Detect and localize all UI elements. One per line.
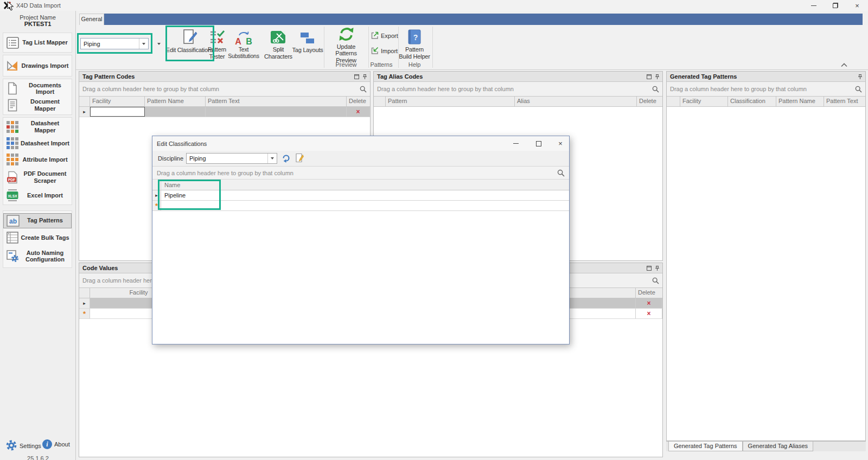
sidebar-item-create-bulk-tags[interactable]: Create Bulk Tags bbox=[3, 230, 72, 245]
column-header-pattern-name[interactable]: Pattern Name bbox=[145, 97, 206, 106]
export-button[interactable]: Export bbox=[371, 30, 400, 41]
column-header-name[interactable]: Name bbox=[161, 180, 569, 190]
sidebar-item-label: Tag List Mapper bbox=[20, 39, 70, 46]
maximize-panel-icon[interactable] bbox=[647, 74, 652, 79]
mouse-cursor bbox=[7, 1, 14, 11]
dialog-maximize-button[interactable] bbox=[531, 139, 547, 148]
tag-layouts-icon bbox=[299, 26, 316, 46]
pattern-text-cell[interactable] bbox=[206, 107, 347, 117]
split-characters-button[interactable]: Split Characters bbox=[264, 26, 293, 60]
search-icon[interactable] bbox=[855, 86, 862, 93]
chevron-up-icon bbox=[840, 62, 848, 68]
dialog-discipline-dropdown[interactable]: Piping bbox=[186, 153, 277, 164]
pin-icon[interactable] bbox=[654, 74, 660, 80]
sidebar-item-label: Documents Import bbox=[20, 82, 70, 95]
restore-icon bbox=[833, 3, 838, 8]
sidebar-item-auto-naming-configuration[interactable]: Auto Naming Configuration bbox=[3, 247, 72, 265]
row-selector-header bbox=[667, 97, 680, 106]
row-selector: ▸ bbox=[79, 298, 90, 308]
discipline-dropdown[interactable]: Piping bbox=[80, 38, 149, 49]
pattern-name-cell[interactable] bbox=[145, 107, 206, 117]
button-label: Text Substitutions bbox=[225, 47, 262, 60]
sidebar-item-attribute-import[interactable]: Attribute Import bbox=[3, 152, 72, 167]
sidebar-item-label: Attribute Import bbox=[20, 156, 70, 163]
collapse-ribbon-button[interactable] bbox=[840, 62, 848, 68]
dialog-minimize-button[interactable] bbox=[508, 139, 524, 148]
sidebar-item-pdf-document-scraper[interactable]: PDF PDF Document Scraper bbox=[3, 168, 72, 187]
column-header-pattern-name[interactable]: Pattern Name bbox=[776, 97, 824, 106]
text-substitutions-button[interactable]: AB Text Substitutions bbox=[225, 26, 262, 60]
button-label: Import bbox=[381, 48, 398, 54]
sidebar-item-document-mapper[interactable]: Document Mapper bbox=[3, 98, 72, 113]
column-header-facility[interactable]: Facility bbox=[90, 97, 145, 106]
pattern-build-helper-button[interactable]: ? Pattern Build Helper bbox=[399, 26, 430, 60]
import-button[interactable]: Import bbox=[371, 46, 400, 56]
maximize-panel-icon[interactable] bbox=[647, 266, 652, 271]
column-header-pattern-text[interactable]: Pattern Text bbox=[824, 97, 865, 106]
split-characters-icon bbox=[270, 26, 286, 45]
column-header-row: Pattern Alias Delete bbox=[374, 97, 662, 107]
about-button[interactable]: i About bbox=[42, 439, 70, 449]
sidebar-item-tag-patterns[interactable]: ab Tag Patterns bbox=[3, 213, 72, 228]
svg-text:B: B bbox=[246, 37, 252, 46]
classification-name-cell[interactable]: Pipeline bbox=[161, 190, 569, 200]
sidebar-item-datasheet-mapper[interactable]: Datasheet Mapper bbox=[3, 119, 72, 135]
new-row-selector: * bbox=[79, 309, 90, 318]
sidebar-item-datasheet-import[interactable]: Datasheet Import bbox=[3, 136, 72, 151]
text-substitutions-icon: AB bbox=[234, 26, 253, 46]
tag-layouts-button[interactable]: Tag Layouts bbox=[293, 26, 322, 60]
sidebar-item-excel-import[interactable]: XLSX Excel Import bbox=[3, 188, 72, 203]
minimize-button[interactable] bbox=[805, 0, 823, 11]
close-button[interactable]: × bbox=[848, 0, 866, 11]
edit-note-icon[interactable] bbox=[295, 153, 304, 164]
maximize-panel-icon[interactable] bbox=[354, 74, 359, 79]
dialog-close-button[interactable]: × bbox=[552, 139, 569, 148]
export-icon bbox=[371, 31, 379, 41]
panel-titlebar: Tag Pattern Codes bbox=[79, 72, 370, 82]
pin-icon[interactable] bbox=[654, 265, 660, 271]
svg-text:ab: ab bbox=[9, 218, 17, 225]
search-icon[interactable] bbox=[557, 169, 565, 177]
sidebar-group: ab Tag Patterns Create Bulk Tags Auto Na… bbox=[3, 210, 72, 268]
group-by-bar: Drag a column header here to group by th… bbox=[667, 82, 865, 97]
delete-row-button[interactable]: × bbox=[636, 298, 662, 308]
column-header-facility[interactable]: Facility bbox=[680, 97, 728, 106]
ribbon-separator bbox=[324, 27, 324, 68]
new-classification-cell[interactable] bbox=[161, 201, 569, 210]
facility-cell-editor[interactable] bbox=[90, 107, 145, 117]
edit-classifications-icon bbox=[181, 26, 199, 46]
sidebar-item-documents-import[interactable]: Documents Import bbox=[3, 81, 72, 96]
column-header-delete[interactable]: Delete bbox=[347, 97, 370, 106]
delete-row-button[interactable]: × bbox=[347, 107, 370, 117]
settings-button[interactable]: Settings bbox=[5, 439, 41, 452]
column-header-pattern-text[interactable]: Pattern Text bbox=[206, 97, 347, 106]
tab-generated-tag-patterns[interactable]: Generated Tag Patterns bbox=[668, 442, 743, 451]
row-selector-header bbox=[79, 97, 90, 106]
dropdown-value: Piping bbox=[81, 41, 139, 47]
column-header-pattern[interactable]: Pattern bbox=[386, 97, 515, 106]
classification-row: ▸ Pipeline bbox=[152, 190, 569, 201]
edit-classifications-dialog: Edit Classifications × Discipline Piping… bbox=[152, 136, 570, 344]
delete-row-button[interactable]: × bbox=[636, 309, 662, 318]
svg-text:PDF: PDF bbox=[8, 178, 15, 182]
close-icon: × bbox=[558, 140, 563, 147]
column-header-delete[interactable]: Delete bbox=[637, 97, 662, 106]
sidebar-item-drawings-import[interactable]: Drawings Import bbox=[3, 58, 72, 73]
refresh-icon[interactable] bbox=[282, 154, 291, 164]
tab-generated-tag-aliases[interactable]: Generated Tag Aliases bbox=[743, 442, 813, 451]
column-header-delete[interactable]: Delete bbox=[636, 288, 662, 298]
pin-icon[interactable] bbox=[362, 74, 368, 80]
tab-general[interactable]: General bbox=[79, 14, 104, 25]
sidebar-item-tag-list-mapper[interactable]: Tag List Mapper bbox=[3, 35, 72, 50]
column-header-classification[interactable]: Classification bbox=[728, 97, 776, 106]
search-icon[interactable] bbox=[652, 86, 659, 93]
dropdown-expand-button[interactable] bbox=[155, 40, 163, 48]
window-titlebar: X4D Data Import × bbox=[0, 0, 868, 11]
import-icon bbox=[371, 47, 379, 56]
search-icon[interactable] bbox=[360, 86, 367, 93]
pin-icon[interactable] bbox=[857, 74, 863, 80]
update-patterns-preview-button[interactable]: Update Patterns Preview bbox=[326, 26, 367, 60]
search-icon[interactable] bbox=[652, 277, 659, 284]
restore-button[interactable] bbox=[826, 0, 845, 11]
column-header-alias[interactable]: Alias bbox=[515, 97, 637, 106]
